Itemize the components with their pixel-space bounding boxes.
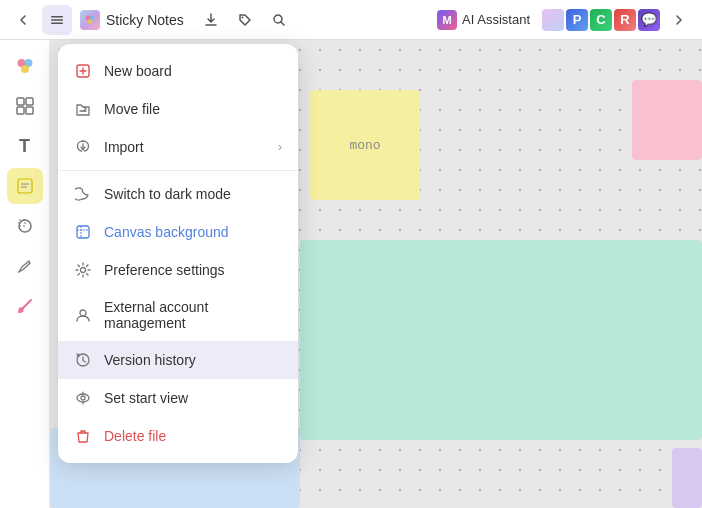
- delete-file-label: Delete file: [104, 428, 282, 444]
- set-start-view-icon: [74, 389, 92, 407]
- svg-rect-15: [18, 179, 32, 193]
- version-history-label: Version history: [104, 352, 282, 368]
- menu-item-dark-mode[interactable]: Switch to dark mode: [58, 175, 298, 213]
- ai-assistant-label: AI Assistant: [462, 12, 530, 27]
- svg-rect-11: [17, 98, 24, 105]
- menu-item-move-file[interactable]: Move file: [58, 90, 298, 128]
- forward-button[interactable]: [664, 5, 694, 35]
- external-account-icon: [74, 306, 92, 324]
- sidebar-item-grid[interactable]: [7, 88, 43, 124]
- svg-point-32: [77, 394, 89, 402]
- text-icon: T: [19, 136, 30, 157]
- topbar: Sticky Notes M AI Assistant P C R 💬: [0, 0, 702, 40]
- menu-icon: [49, 12, 65, 28]
- svg-point-33: [81, 396, 85, 400]
- menu-item-import[interactable]: Import ›: [58, 128, 298, 166]
- toolbar-icon-chat[interactable]: 💬: [638, 9, 660, 31]
- pen-icon: [16, 257, 34, 275]
- sticky-note-text: mono: [349, 138, 380, 153]
- menu-button[interactable]: [42, 5, 72, 35]
- set-start-view-label: Set start view: [104, 390, 282, 406]
- toolbar-icons: P C R 💬: [542, 9, 660, 31]
- sidebar-item-text[interactable]: T: [7, 128, 43, 164]
- back-button[interactable]: [8, 5, 38, 35]
- sticky-note-pink[interactable]: [632, 80, 702, 160]
- svg-point-10: [21, 65, 29, 73]
- preference-settings-icon: [74, 261, 92, 279]
- svg-rect-0: [51, 16, 63, 18]
- dark-mode-label: Switch to dark mode: [104, 186, 282, 202]
- ai-assistant-button[interactable]: M AI Assistant: [429, 6, 538, 34]
- sticky-note-yellow[interactable]: mono: [310, 90, 420, 200]
- svg-rect-13: [17, 107, 24, 114]
- toolbar-icon-1[interactable]: [542, 9, 564, 31]
- app-title-area: Sticky Notes: [80, 10, 184, 30]
- canvas-background-label: Canvas background: [104, 224, 282, 240]
- menu-item-delete-file[interactable]: Delete file: [58, 417, 298, 455]
- back-icon: [15, 12, 31, 28]
- download-button[interactable]: [196, 5, 226, 35]
- canvas-background-icon: [74, 223, 92, 241]
- svg-line-20: [19, 300, 31, 312]
- ai-assistant-icon: M: [437, 10, 457, 30]
- toolbar-icon-p[interactable]: P: [566, 9, 588, 31]
- version-history-icon: [74, 351, 92, 369]
- new-board-icon: [74, 62, 92, 80]
- tools-icon: [16, 297, 34, 315]
- toolbar-icon-c[interactable]: C: [590, 9, 612, 31]
- search-icon: [271, 12, 287, 28]
- svg-point-29: [81, 268, 86, 273]
- move-file-icon: [74, 100, 92, 118]
- svg-point-30: [80, 310, 86, 316]
- menu-item-set-start-view[interactable]: Set start view: [58, 379, 298, 417]
- sidebar-item-tools[interactable]: [7, 288, 43, 324]
- svg-rect-14: [26, 107, 33, 114]
- search-button[interactable]: [264, 5, 294, 35]
- app-logo-icon: [80, 10, 100, 30]
- preference-settings-label: Preference settings: [104, 262, 282, 278]
- delete-file-icon: [74, 427, 92, 445]
- sidebar-item-logo[interactable]: [7, 48, 43, 84]
- menu-item-new-board[interactable]: New board: [58, 52, 298, 90]
- sidebar-item-pen[interactable]: [7, 248, 43, 284]
- sidebar-item-sticky[interactable]: [7, 168, 43, 204]
- menu-item-version-history[interactable]: Version history: [58, 341, 298, 379]
- sticky-note-teal[interactable]: [300, 240, 702, 440]
- dropdown-menu: New board Move file Import ›: [58, 44, 298, 463]
- forward-icon: [671, 12, 687, 28]
- logo-svg: [84, 14, 96, 26]
- svg-point-6: [241, 16, 243, 18]
- new-board-label: New board: [104, 63, 282, 79]
- sidebar-item-shape[interactable]: [7, 208, 43, 244]
- svg-rect-12: [26, 98, 33, 105]
- shape-icon: [16, 217, 34, 235]
- tag-button[interactable]: [230, 5, 260, 35]
- dark-mode-icon: [74, 185, 92, 203]
- import-arrow: ›: [278, 140, 282, 154]
- svg-rect-26: [77, 226, 89, 238]
- grid-icon: [15, 96, 35, 116]
- import-icon: [74, 138, 92, 156]
- svg-rect-1: [51, 19, 63, 21]
- import-label: Import: [104, 139, 266, 155]
- menu-divider-1: [58, 170, 298, 171]
- external-account-label: External account management: [104, 299, 282, 331]
- svg-point-5: [88, 19, 93, 24]
- left-sidebar: T: [0, 40, 50, 508]
- toolbar-icon-r[interactable]: R: [614, 9, 636, 31]
- sticky-note-purple[interactable]: [672, 448, 702, 508]
- menu-item-preference-settings[interactable]: Preference settings: [58, 251, 298, 289]
- menu-item-canvas-background[interactable]: Canvas background: [58, 213, 298, 251]
- svg-rect-2: [51, 22, 63, 24]
- sticky-icon: [16, 177, 34, 195]
- menu-item-external-account[interactable]: External account management: [58, 289, 298, 341]
- app-title: Sticky Notes: [106, 12, 184, 28]
- logo-sidebar-icon: [14, 55, 36, 77]
- tag-icon: [237, 12, 253, 28]
- download-icon: [203, 12, 219, 28]
- move-file-label: Move file: [104, 101, 282, 117]
